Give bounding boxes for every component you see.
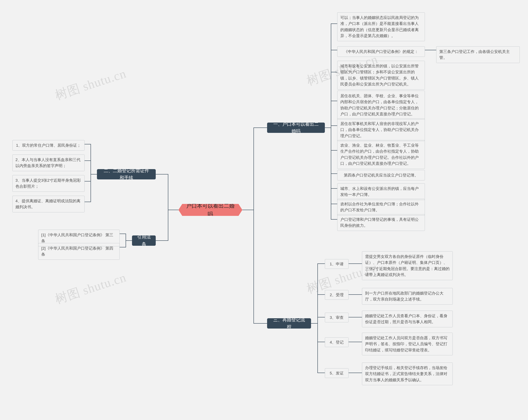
branch4-leaf-1[interactable]: [2]《中华人民共和国户口登记条例》 第四条: [38, 243, 120, 260]
branch1-leaf-6[interactable]: 第四条户口登记机关应当设立户口登记簿。: [337, 170, 425, 181]
branch2-leaf-0[interactable]: 1、双方的常住户口簿、居民身份证；: [12, 140, 84, 151]
branch3-detail-0[interactable]: 需提交男女双方各自的身份证原件（临时身份证）、户口本原件（户籍证明、集体户口页）…: [362, 251, 453, 280]
branch3-detail-1[interactable]: 到一方户口所在地民政部门的婚姻登记办公大厅，双方亲自到场递交上述手续。: [362, 288, 453, 305]
mindmap-canvas: 树图 shutu.cn 树图 shutu.cn 树图 shutu.cn 树图 s…: [0, 0, 528, 420]
branch3-step-1[interactable]: 2、受理: [325, 290, 348, 300]
branch-4[interactable]: 引用法条: [132, 235, 156, 246]
branch2-leaf-3[interactable]: 4、提供离婚证、离婚证明或法院的离婚判决书。: [12, 196, 84, 212]
branch3-detail-4[interactable]: 办理登记手续后，相关登记手续存档，当场发给双方结婚证书，正式宣告缔结夫妻关系，法…: [362, 363, 453, 385]
branch2-leaf-2[interactable]: 3、当事人提交3张2寸近期半身免冠彩色合影照片；: [12, 175, 84, 192]
branch1-leaf-1-sub[interactable]: 第三条户口登记工作，由各级公安机关主管。: [436, 46, 520, 63]
branch1-leaf-1[interactable]: 《中华人民共和国户口登记条例》的规定：: [337, 46, 425, 57]
branch2-leaf-1[interactable]: 2、本人与当事人没有直系血亲和三代以内旁血亲关系的签字声明；: [12, 155, 84, 171]
watermark: 树图 shutu.cn: [53, 65, 128, 104]
branch3-step-2[interactable]: 3、审查: [325, 313, 348, 322]
branch1-leaf-7[interactable]: 城市、水上和设有公安派出所的镇，应当每户发给一本户口簿。: [337, 183, 425, 200]
watermark: 树图 shutu.cn: [53, 269, 128, 308]
branch3-step-0[interactable]: 1、申请: [325, 259, 348, 269]
branch3-step-3[interactable]: 4、登记: [325, 337, 348, 347]
branch1-leaf-4[interactable]: 居住在军事机关和军人宿舍的非现役军人的户口，由各单位指定专人，协助户口登记机关办…: [337, 118, 425, 141]
branch3-detail-3[interactable]: 婚姻登记处工作人员问双方是否自愿，双方书写声明书，签名、按指印，登记人员编号、登…: [362, 333, 453, 355]
branch-3[interactable]: 三、再婚登记流程: [267, 318, 311, 329]
branch1-leaf-9[interactable]: 户口登记簿和户口簿登记的事项，具有证明公民身份的效力。: [337, 214, 425, 231]
branch-1[interactable]: 一、户口本可以看出二婚吗: [267, 123, 325, 133]
branch1-leaf-8[interactable]: 农村以合作社为单位发给户口簿；合作社以外的户口不发给户口簿。: [337, 199, 425, 216]
branch3-step-4[interactable]: 5、发证: [325, 368, 348, 378]
branch1-leaf-3[interactable]: 居住在机关、团体、学校、企业、事业等单位内部和公共宿舍的户口，由各单位指定专人，…: [337, 91, 425, 119]
branch1-leaf-2[interactable]: 城市和设有公安派出所的镇，以公安派出所管辖区为户口管辖区；乡和不设公安派出所的镇…: [337, 61, 425, 90]
branch1-leaf-0[interactable]: 可以；当事人的婚姻状态应以民政局登记的为准，户口本（派出所）是不能直接看出当事人…: [337, 12, 425, 41]
branch1-leaf-5[interactable]: 农业、渔业、盐业、林业、牧畜业、手工业等生产合作社的户口，由合作社指定专人，协助…: [337, 140, 425, 169]
branch3-detail-2[interactable]: 婚姻登记处工作人员查看户口本、身份证，看身份证是否过期，照片是否与当事人相同。: [362, 311, 453, 327]
branch-2[interactable]: 二、二婚登记所需证件和手续: [97, 169, 156, 179]
root-node[interactable]: 户口本可以看出二婚吗: [178, 204, 242, 216]
